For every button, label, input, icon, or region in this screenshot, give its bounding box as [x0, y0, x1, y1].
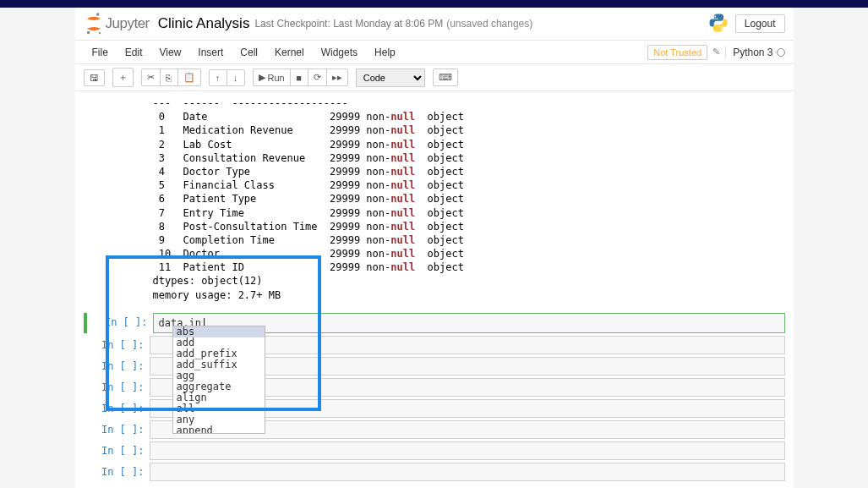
autocomplete-item[interactable]: any [173, 414, 265, 425]
cell-prompt: In [ ]: [84, 399, 150, 418]
cell-prompt: In [ ]: [84, 420, 150, 439]
autocomplete-item[interactable]: add [173, 337, 265, 348]
menu-help[interactable]: Help [366, 43, 404, 62]
svg-point-2 [98, 32, 100, 34]
kernel-status-icon [777, 48, 785, 57]
menu-view[interactable]: View [151, 43, 190, 62]
toolbar: 🖫 ＋ ✂ ⎘ 📋 ↑ ↓ ▶ Run ■ ⟳ ▸▸ Code ⌨ [75, 64, 794, 91]
autocomplete-item[interactable]: abs [173, 326, 265, 337]
command-palette-button[interactable]: ⌨ [433, 69, 458, 86]
notebook-title[interactable]: Clinic Analysis [158, 15, 250, 32]
checkpoint-text: Last Checkpoint: Last Monday at 8:06 PM [254, 18, 443, 30]
menu-widgets[interactable]: Widgets [313, 43, 366, 62]
python-icon [708, 13, 729, 36]
code-cell-empty[interactable]: In [ ]: [84, 441, 785, 460]
cut-button[interactable]: ✂ [141, 69, 161, 86]
cell-prompt: In [ ]: [87, 313, 153, 333]
save-button[interactable]: 🖫 [84, 69, 105, 86]
insert-cell-button[interactable]: ＋ [112, 68, 134, 87]
menu-cell[interactable]: Cell [232, 43, 266, 62]
svg-point-4 [721, 28, 723, 30]
paste-button[interactable]: 📋 [177, 69, 201, 86]
notebook-page: Jupyter Clinic Analysis Last Checkpoint:… [75, 8, 794, 488]
menu-insert[interactable]: Insert [189, 43, 232, 62]
svg-point-0 [96, 13, 99, 15]
svg-point-1 [86, 31, 90, 35]
cell-input[interactable]: data.in| absaddadd_prefixadd_suffixaggag… [153, 313, 785, 333]
trust-indicator[interactable]: Not Trusted [647, 45, 707, 60]
kernel-indicator[interactable]: Python 3 [725, 47, 784, 58]
move-down-button[interactable]: ↓ [227, 69, 245, 86]
cell-input[interactable] [150, 463, 785, 481]
logo-text: Jupyter [106, 15, 150, 32]
cell-prompt: In [ ]: [84, 378, 150, 397]
restart-run-all-button[interactable]: ▸▸ [326, 69, 348, 86]
browser-topbar [0, 0, 868, 8]
autocomplete-item[interactable]: add_suffix [173, 359, 265, 370]
run-button[interactable]: ▶ Run [253, 69, 291, 86]
cell-prompt: In [ ]: [84, 441, 150, 460]
copy-button[interactable]: ⎘ [160, 69, 178, 86]
cell-prompt: In [ ]: [84, 336, 150, 354]
move-up-button[interactable]: ↑ [209, 69, 227, 86]
output-dataframe-info: --- ------ ------------------- 0 Date 29… [153, 96, 785, 310]
kernel-name-text: Python 3 [733, 47, 772, 58]
svg-point-3 [714, 15, 716, 17]
cell-input[interactable] [150, 441, 785, 460]
autocomplete-item[interactable]: align [173, 392, 265, 403]
menu-file[interactable]: File [84, 43, 117, 62]
notebook-container: --- ------ ------------------- 0 Date 29… [75, 91, 794, 488]
jupyter-icon [84, 12, 104, 36]
celltype-select[interactable]: Code [356, 69, 425, 87]
autocomplete-popup[interactable]: absaddadd_prefixadd_suffixaggaggregateal… [172, 326, 265, 434]
autocomplete-item[interactable]: agg [173, 370, 265, 381]
edit-icon[interactable]: ✎ [712, 47, 720, 58]
code-cell-active[interactable]: In [ ]: data.in| absaddadd_prefixadd_suf… [84, 313, 785, 333]
jupyter-logo[interactable]: Jupyter [84, 12, 150, 36]
menu-kernel[interactable]: Kernel [266, 43, 313, 62]
interrupt-button[interactable]: ■ [290, 69, 308, 86]
logout-button[interactable]: Logout [735, 14, 785, 33]
header: Jupyter Clinic Analysis Last Checkpoint:… [75, 8, 794, 41]
code-cell-empty[interactable]: In [ ]: [84, 463, 785, 481]
menu-edit[interactable]: Edit [117, 43, 151, 62]
autocomplete-item[interactable]: aggregate [173, 381, 265, 392]
unsaved-text: (unsaved changes) [446, 18, 532, 30]
autocomplete-item[interactable]: add_prefix [173, 348, 265, 359]
menubar: FileEditViewInsertCellKernelWidgetsHelp … [75, 41, 794, 64]
autocomplete-item[interactable]: all [173, 403, 265, 414]
cell-prompt: In [ ]: [84, 357, 150, 376]
cell-prompt: In [ ]: [84, 463, 150, 481]
restart-button[interactable]: ⟳ [308, 69, 327, 86]
autocomplete-item[interactable]: append [173, 425, 265, 434]
